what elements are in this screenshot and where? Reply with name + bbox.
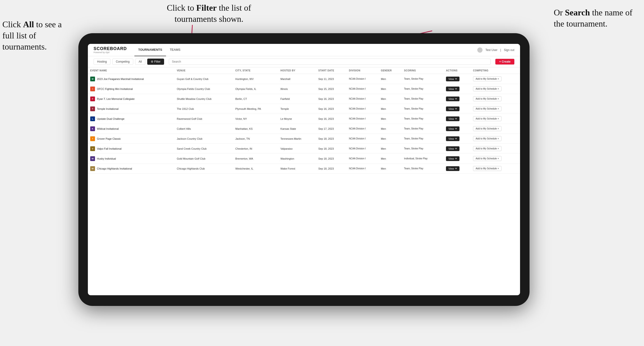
add-schedule-button-9[interactable]: Add to My Schedule + xyxy=(473,166,502,171)
team-logo-2: F xyxy=(90,97,95,101)
cell-event-name-9: W Chicago Highlands Invitational xyxy=(88,164,174,173)
cell-gender-2: Men xyxy=(378,94,402,104)
nav-tab-teams[interactable]: TEAMS xyxy=(166,44,184,56)
view-label-8: View xyxy=(448,157,454,160)
add-schedule-button-1[interactable]: Add to My Schedule + xyxy=(473,86,502,91)
search-input[interactable] xyxy=(169,59,490,65)
view-button-3[interactable]: View 👁 xyxy=(446,107,460,111)
view-button-1[interactable]: View 👁 xyxy=(446,87,460,91)
annotation-right: Or Search the name of the tournament. xyxy=(554,7,639,29)
add-schedule-button-4[interactable]: Add to My Schedule + xyxy=(473,116,502,121)
view-button-2[interactable]: View 👁 xyxy=(446,97,460,101)
team-logo-4: L xyxy=(90,116,95,121)
add-schedule-button-7[interactable]: Add to My Schedule + xyxy=(473,146,502,151)
table-row: I OFCC Fighting Illini Invitational Olym… xyxy=(88,84,520,94)
cell-gender-0: Men xyxy=(378,74,402,84)
add-schedule-button-2[interactable]: Add to My Schedule + xyxy=(473,96,502,101)
cell-division-0: NCAA Division I xyxy=(346,74,378,84)
add-schedule-button-8[interactable]: Add to My Schedule + xyxy=(473,156,502,161)
cell-division-1: NCAA Division I xyxy=(346,84,378,94)
cell-gender-8: Men xyxy=(378,154,402,164)
col-competing: COMPETING xyxy=(471,67,520,74)
sign-out-link[interactable]: Sign out xyxy=(504,48,514,52)
cell-division-8: NCAA Division I xyxy=(346,154,378,164)
cell-event-name-8: W Husky Individual xyxy=(88,154,174,164)
event-name-text-6: Grover Page Classic xyxy=(97,137,121,140)
view-label-0: View xyxy=(448,78,454,80)
view-button-9[interactable]: View 👁 xyxy=(446,166,460,171)
col-scoring: SCORING xyxy=(402,67,444,74)
view-button-7[interactable]: View 👁 xyxy=(446,146,460,151)
cell-event-name-7: V Valpo Fall Invitational xyxy=(88,144,174,154)
nav-tab-tournaments[interactable]: TOURNAMENTS xyxy=(134,44,166,56)
table-row: M 2023 Joe Feaganes Marshall Invitationa… xyxy=(88,74,520,84)
cell-actions-9: View 👁 xyxy=(444,164,471,173)
cell-city-8: Bremerton, WA xyxy=(233,154,278,164)
create-button[interactable]: + Create xyxy=(495,59,514,64)
cell-division-7: NCAA Division I xyxy=(346,144,378,154)
pipe-separator: | xyxy=(500,48,501,52)
view-button-5[interactable]: View 👁 xyxy=(446,126,460,131)
cell-gender-3: Men xyxy=(378,104,402,114)
cell-scoring-5: Team, Stroke Play xyxy=(402,124,444,134)
cell-hosted-9: Wake Forest xyxy=(278,164,316,173)
col-hosted-by: HOSTED BY xyxy=(278,67,316,74)
table-container: EVENT NAME VENUE CITY, STATE HOSTED BY S… xyxy=(88,67,520,295)
event-name-text-5: Wildcat Invitational xyxy=(97,127,119,130)
eye-icon-4: 👁 xyxy=(455,118,457,120)
view-label-3: View xyxy=(448,107,454,110)
view-label-2: View xyxy=(448,97,454,100)
all-tab[interactable]: All xyxy=(135,59,145,65)
table-row: F Ryan T. Lee Memorial Collegiate Shuttl… xyxy=(88,94,520,104)
cell-actions-8: View 👁 xyxy=(444,154,471,164)
cell-date-2: Sep 16, 2023 xyxy=(316,94,347,104)
cell-date-6: Sep 18, 2023 xyxy=(316,134,347,144)
view-button-6[interactable]: View 👁 xyxy=(446,136,460,141)
cell-actions-5: View 👁 xyxy=(444,124,471,134)
view-label-6: View xyxy=(448,137,454,140)
cell-competing-3: Add to My Schedule + xyxy=(471,104,520,114)
cell-city-1: Olympia Fields, IL xyxy=(233,84,278,94)
col-venue: VENUE xyxy=(174,67,233,74)
competing-tab[interactable]: Competing xyxy=(112,59,133,65)
cell-scoring-8: Individual, Stroke Play xyxy=(402,154,444,164)
view-button-0[interactable]: View 👁 xyxy=(446,77,460,81)
table-row: T Temple Invitational The 1912 Club Plym… xyxy=(88,104,520,114)
cell-event-name-6: T Grover Page Classic xyxy=(88,134,174,144)
cell-city-0: Huntington, WV xyxy=(233,74,278,84)
user-avatar xyxy=(477,47,482,53)
user-name: Test User xyxy=(485,48,498,52)
cell-gender-4: Men xyxy=(378,114,402,124)
eye-icon-5: 👁 xyxy=(455,128,457,130)
toolbar: Hosting Competing All ⚙ Filter + Create xyxy=(88,56,520,67)
table-row: W Husky Individual Gold Mountain Golf Cl… xyxy=(88,154,520,164)
cell-venue-0: Guyan Golf & Country Club xyxy=(174,74,233,84)
cell-date-4: Sep 16, 2023 xyxy=(316,114,347,124)
eye-icon-2: 👁 xyxy=(455,98,457,100)
app-logo: SCOREBOARD xyxy=(94,46,127,51)
table-header: EVENT NAME VENUE CITY, STATE HOSTED BY S… xyxy=(88,67,520,74)
col-start-date: START DATE xyxy=(316,67,347,74)
add-schedule-button-6[interactable]: Add to My Schedule + xyxy=(473,136,502,141)
cell-gender-1: Men xyxy=(378,84,402,94)
cell-division-2: NCAA Division I xyxy=(346,94,378,104)
view-button-8[interactable]: View 👁 xyxy=(446,156,460,161)
team-logo-7: V xyxy=(90,146,95,151)
hosting-tab[interactable]: Hosting xyxy=(94,59,110,65)
add-schedule-button-0[interactable]: Add to My Schedule + xyxy=(473,76,502,81)
filter-button[interactable]: ⚙ Filter xyxy=(147,59,164,65)
cell-hosted-6: Tennessee-Martin xyxy=(278,134,316,144)
event-name-text-8: Husky Individual xyxy=(97,157,116,160)
cell-scoring-6: Team, Stroke Play xyxy=(402,134,444,144)
add-schedule-button-5[interactable]: Add to My Schedule + xyxy=(473,126,502,131)
cell-event-name-2: F Ryan T. Lee Memorial Collegiate xyxy=(88,94,174,104)
view-button-4[interactable]: View 👁 xyxy=(446,116,460,121)
team-logo-9: W xyxy=(90,166,95,171)
table-row: V Valpo Fall Invitational Sand Creek Cou… xyxy=(88,144,520,154)
cell-competing-8: Add to My Schedule + xyxy=(471,154,520,164)
table-row: W Chicago Highlands Invitational Chicago… xyxy=(88,164,520,173)
cell-actions-3: View 👁 xyxy=(444,104,471,114)
cell-city-6: Jackson, TN xyxy=(233,134,278,144)
cell-event-name-5: K Wildcat Invitational xyxy=(88,124,174,134)
add-schedule-button-3[interactable]: Add to My Schedule + xyxy=(473,106,502,111)
